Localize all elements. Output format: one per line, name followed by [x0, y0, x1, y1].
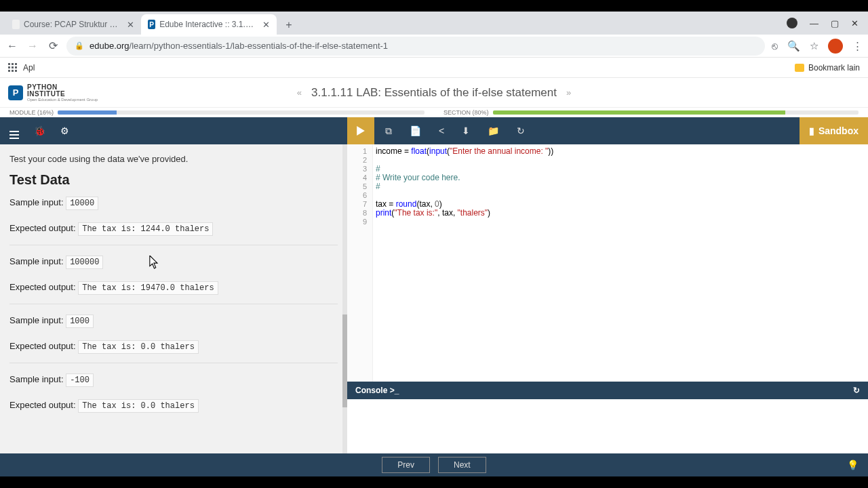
expected-output-value: The tax is: 1244.0 thalers	[78, 222, 213, 236]
back-button[interactable]: ←	[5, 39, 19, 53]
sandbox-label: Sandbox	[818, 125, 859, 136]
console-header: Console >_ ↻	[347, 382, 868, 399]
other-bookmarks[interactable]: Bookmark lain	[808, 63, 860, 73]
code-editor[interactable]: 123456789 income = float(input("Enter th…	[347, 144, 868, 382]
lesson-title-text: 3.1.1.11 LAB: Essentials of the if-else …	[311, 86, 557, 100]
sample-input-label: Sample input:	[9, 256, 64, 266]
translate-icon[interactable]: ⎋	[772, 40, 778, 52]
url-path: /learn/python-essentials-1/lab-essential…	[130, 41, 389, 51]
lesson-title: « 3.1.1.11 LAB: Essentials of the if-els…	[297, 86, 571, 100]
expected-output-value: The tax is: 19470.0 thalers	[78, 281, 218, 295]
favicon-icon: P	[148, 20, 155, 29]
intro-text: Test your code using the data we've prov…	[9, 154, 338, 164]
paste-icon[interactable]: 📄	[410, 125, 421, 137]
logo-badge-icon: P	[8, 85, 23, 100]
prev-lesson-icon[interactable]: «	[297, 87, 302, 98]
next-button[interactable]: Next	[438, 457, 486, 473]
instructions-content[interactable]: Test your code using the data we've prov…	[0, 144, 347, 453]
editor-panel: ⧉ 📄 < ⬇ 📁 ↻ ▮ Sandbox 123456789 income =…	[347, 117, 868, 453]
tab-close-icon[interactable]: ✕	[127, 20, 134, 30]
tab-label: Edube Interactive :: 3.1.1.11 LAB	[159, 20, 254, 29]
browser-tabstrip: Course: PCAP Struktur Data A 20 ✕ P Edub…	[0, 12, 868, 35]
file-icon: ▮	[809, 125, 814, 136]
sample-input-label: Sample input:	[9, 197, 64, 207]
site-header: P PYTHON INSTITUTE Open Education & Deve…	[0, 78, 868, 108]
profile-avatar[interactable]	[828, 39, 843, 54]
section-progress-label: SECTION (80%)	[443, 109, 489, 116]
module-progress-bar	[58, 110, 425, 115]
logo-text: INSTITUTE	[27, 91, 98, 98]
folder-icon	[795, 64, 804, 72]
next-lesson-icon[interactable]: »	[566, 87, 571, 98]
close-window-button[interactable]: ✕	[851, 18, 859, 28]
code-area[interactable]: income = float(input("Enter the annual i…	[373, 144, 868, 382]
reload-button[interactable]: ⟳	[46, 39, 60, 53]
search-icon[interactable]: 🔍	[787, 40, 800, 52]
console-label: Console >_	[355, 386, 399, 395]
tab-course[interactable]: Course: PCAP Struktur Data A 20 ✕	[5, 14, 141, 35]
copy-icon[interactable]: ⧉	[385, 125, 392, 137]
footer-nav: Prev Next 💡	[0, 453, 868, 476]
sample-input-value: 100000	[66, 256, 103, 269]
sample-input-label: Sample input:	[9, 374, 64, 384]
tab-label: Course: PCAP Struktur Data A 20	[24, 20, 119, 29]
share-icon[interactable]: <	[439, 125, 444, 137]
url-input[interactable]: 🔒 edube.org/learn/python-essentials-1/la…	[66, 37, 765, 56]
module-progress-label: MODULE (16%)	[9, 109, 54, 116]
logo-text: PYTHON	[27, 84, 98, 91]
instructions-panel: 🐞 ⚙ Test your code using the data we've …	[0, 117, 347, 453]
logo-subtext: Open Education & Development Group	[27, 98, 98, 102]
bug-icon[interactable]: 🐞	[34, 125, 45, 136]
apps-icon[interactable]	[8, 63, 18, 73]
favicon-icon	[12, 20, 20, 29]
expected-output-value: The tax is: 0.0 thalers	[78, 340, 199, 354]
expected-output-label: Expected output:	[9, 400, 76, 410]
console-refresh-icon[interactable]: ↻	[853, 386, 860, 395]
gear-icon[interactable]: ⚙	[60, 125, 69, 136]
address-bar: ← → ⟳ 🔒 edube.org/learn/python-essential…	[0, 35, 868, 58]
expected-output-label: Expected output:	[9, 282, 76, 292]
expected-output-label: Expected output:	[9, 341, 76, 351]
maximize-button[interactable]: ▢	[831, 18, 839, 28]
window-controls: — ▢ ✕	[787, 12, 865, 35]
progress-row: MODULE (16%) SECTION (80%)	[0, 108, 868, 117]
menu-icon[interactable]: ⋮	[852, 40, 863, 52]
hint-icon[interactable]: 💡	[847, 460, 859, 470]
expected-output-value: The tax is: 0.0 thalers	[78, 399, 199, 413]
instructions-toolbar: 🐞 ⚙	[0, 117, 347, 144]
bookmarks-bar: Apl Bookmark lain	[0, 58, 868, 78]
sandbox-button[interactable]: ▮ Sandbox	[800, 117, 868, 144]
run-button[interactable]	[347, 117, 374, 144]
menu-icon[interactable]	[9, 123, 19, 139]
download-icon[interactable]: ⬇	[462, 125, 470, 137]
line-gutter: 123456789	[347, 144, 373, 382]
new-tab-button[interactable]: +	[279, 16, 298, 35]
scrollbar[interactable]	[342, 144, 347, 453]
console-output[interactable]	[347, 399, 868, 453]
expected-output-label: Expected output:	[9, 223, 76, 233]
tab-close-icon[interactable]: ✕	[262, 20, 270, 30]
tab-edube[interactable]: P Edube Interactive :: 3.1.1.11 LAB ✕	[141, 14, 277, 35]
prev-button[interactable]: Prev	[382, 457, 430, 473]
extension-icon[interactable]	[787, 18, 797, 28]
sample-input-label: Sample input:	[9, 315, 64, 325]
section-progress-bar	[493, 110, 859, 115]
sample-input-value: 1000	[66, 314, 94, 328]
test-data-heading: Test Data	[9, 172, 338, 188]
bookmark-star-icon[interactable]: ☆	[810, 40, 818, 52]
minimize-button[interactable]: —	[810, 18, 818, 28]
refresh-icon[interactable]: ↻	[517, 125, 525, 137]
folder-icon[interactable]: 📁	[488, 125, 499, 137]
logo[interactable]: P PYTHON INSTITUTE Open Education & Deve…	[8, 84, 98, 102]
lock-icon: 🔒	[75, 41, 84, 50]
forward-button[interactable]: →	[26, 39, 39, 53]
editor-toolbar: ⧉ 📄 < ⬇ 📁 ↻ ▮ Sandbox	[347, 117, 868, 144]
sample-input-value: 10000	[66, 197, 98, 210]
sample-input-value: -100	[66, 373, 94, 387]
url-domain: edube.org	[90, 41, 130, 51]
apps-link[interactable]: Apl	[23, 63, 35, 73]
